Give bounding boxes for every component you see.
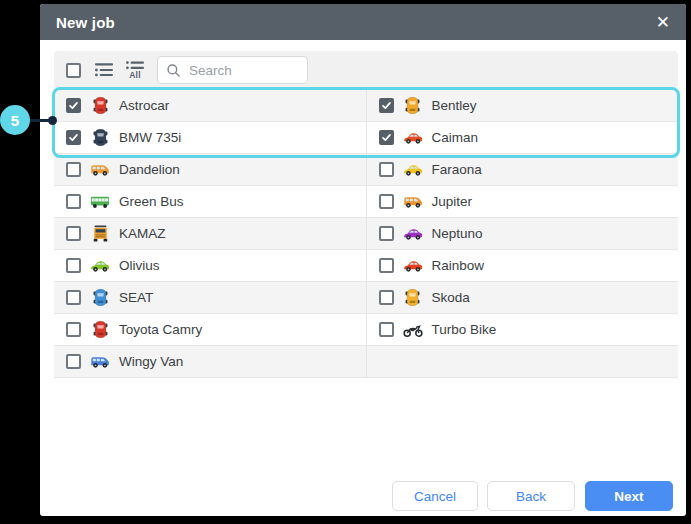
table-row: SEAT Skoda xyxy=(54,282,678,314)
search-icon xyxy=(166,63,181,78)
vehicle-checkbox[interactable] xyxy=(379,290,394,305)
vehicle-checkbox[interactable] xyxy=(379,322,394,337)
vehicle-cell[interactable]: Faraona xyxy=(367,154,679,186)
car-top-icon xyxy=(90,96,110,115)
table-row: Toyota Camry Turbo Bike xyxy=(54,314,678,346)
car-side-icon xyxy=(403,258,423,274)
vehicle-name: Toyota Camry xyxy=(119,322,202,337)
vehicle-checkbox[interactable] xyxy=(66,130,81,145)
vehicle-checkbox[interactable] xyxy=(379,98,394,113)
dialog-header: New job ✕ xyxy=(40,4,686,40)
car-side-icon xyxy=(403,162,423,178)
vehicle-name: Neptuno xyxy=(432,226,483,241)
car-top-icon xyxy=(403,96,423,115)
vehicle-checkbox[interactable] xyxy=(66,290,81,305)
car-top-icon xyxy=(90,128,110,147)
vehicle-cell[interactable]: Rainbow xyxy=(367,250,679,282)
van-side-icon xyxy=(403,194,423,210)
select-all-checkbox[interactable] xyxy=(66,63,81,78)
new-job-dialog: New job ✕ All xyxy=(40,4,686,516)
vehicle-name: Faraona xyxy=(432,162,482,177)
vehicle-cell[interactable]: Skoda xyxy=(367,282,679,314)
vehicle-name: Jupiter xyxy=(432,194,473,209)
close-icon[interactable]: ✕ xyxy=(656,14,670,31)
search-box[interactable] xyxy=(157,56,308,84)
vehicle-checkbox[interactable] xyxy=(379,162,394,177)
empty-cell xyxy=(367,346,679,378)
list-options-icon[interactable] xyxy=(95,63,113,77)
cancel-button[interactable]: Cancel xyxy=(392,481,478,511)
back-button[interactable]: Back xyxy=(487,481,575,511)
vehicle-cell[interactable]: Neptuno xyxy=(367,218,679,250)
vehicle-cell[interactable]: Turbo Bike xyxy=(367,314,679,346)
vehicle-checkbox[interactable] xyxy=(379,194,394,209)
vehicle-cell[interactable]: Toyota Camry xyxy=(54,314,367,346)
vehicle-table: Astrocar Bentley BMW 735i Caiman Dandeli… xyxy=(54,90,678,378)
search-input[interactable] xyxy=(187,62,299,79)
van-side-icon xyxy=(90,162,110,178)
vehicle-cell[interactable]: SEAT xyxy=(54,282,367,314)
vehicle-name: Dandelion xyxy=(119,162,180,177)
select-all-list-icon[interactable]: All xyxy=(126,61,144,80)
vehicle-checkbox[interactable] xyxy=(379,258,394,273)
vehicle-cell[interactable]: Olivius xyxy=(54,250,367,282)
vehicle-cell[interactable]: Astrocar xyxy=(54,90,367,122)
vehicle-cell[interactable]: BMW 735i xyxy=(54,122,367,154)
vehicle-checkbox[interactable] xyxy=(66,258,81,273)
list-toolbar: All xyxy=(54,51,678,89)
truck-front-icon xyxy=(90,224,110,243)
vehicle-cell[interactable]: KAMAZ xyxy=(54,218,367,250)
vehicle-checkbox[interactable] xyxy=(379,226,394,241)
van-side-icon xyxy=(90,354,110,370)
select-all-label: All xyxy=(129,71,140,80)
vehicle-name: SEAT xyxy=(119,290,153,305)
table-row: Astrocar Bentley xyxy=(54,90,678,122)
bus-side-icon xyxy=(90,194,110,210)
car-side-icon xyxy=(403,226,423,242)
vehicle-name: Astrocar xyxy=(119,98,169,113)
table-row: Olivius Rainbow xyxy=(54,250,678,282)
table-row: BMW 735i Caiman xyxy=(54,122,678,154)
vehicle-name: Caiman xyxy=(432,130,479,145)
vehicle-name: Green Bus xyxy=(119,194,184,209)
vehicle-name: Skoda xyxy=(432,290,470,305)
vehicle-checkbox[interactable] xyxy=(66,194,81,209)
motorcycle-icon xyxy=(403,322,423,338)
vehicle-checkbox[interactable] xyxy=(66,226,81,241)
vehicle-cell[interactable]: Bentley xyxy=(367,90,679,122)
car-top-icon xyxy=(90,288,110,307)
table-row: Dandelion Faraona xyxy=(54,154,678,186)
vehicle-checkbox[interactable] xyxy=(66,98,81,113)
vehicle-name: Rainbow xyxy=(432,258,485,273)
vehicle-cell[interactable]: Green Bus xyxy=(54,186,367,218)
vehicle-cell[interactable]: Caiman xyxy=(367,122,679,154)
annotation-step-badge: 5 xyxy=(0,105,30,135)
vehicle-checkbox[interactable] xyxy=(66,322,81,337)
vehicle-checkbox[interactable] xyxy=(379,130,394,145)
vehicle-checkbox[interactable] xyxy=(66,354,81,369)
vehicle-name: Turbo Bike xyxy=(432,322,497,337)
table-row: KAMAZ Neptuno xyxy=(54,218,678,250)
car-side-icon xyxy=(403,130,423,146)
car-side-icon xyxy=(90,258,110,274)
vehicle-checkbox[interactable] xyxy=(66,162,81,177)
table-row: Green Bus Jupiter xyxy=(54,186,678,218)
car-top-icon xyxy=(90,320,110,339)
vehicle-name: Olivius xyxy=(119,258,160,273)
vehicle-cell[interactable]: Dandelion xyxy=(54,154,367,186)
next-button[interactable]: Next xyxy=(585,481,673,511)
vehicle-name: KAMAZ xyxy=(119,226,166,241)
vehicle-cell[interactable]: Wingy Van xyxy=(54,346,367,378)
car-top-icon xyxy=(403,288,423,307)
dialog-title: New job xyxy=(56,14,115,31)
vehicle-name: Wingy Van xyxy=(119,354,183,369)
vehicle-name: BMW 735i xyxy=(119,130,181,145)
table-row: Wingy Van xyxy=(54,346,678,378)
annotation-connector-dot xyxy=(48,116,57,125)
vehicle-cell[interactable]: Jupiter xyxy=(367,186,679,218)
vehicle-name: Bentley xyxy=(432,98,477,113)
